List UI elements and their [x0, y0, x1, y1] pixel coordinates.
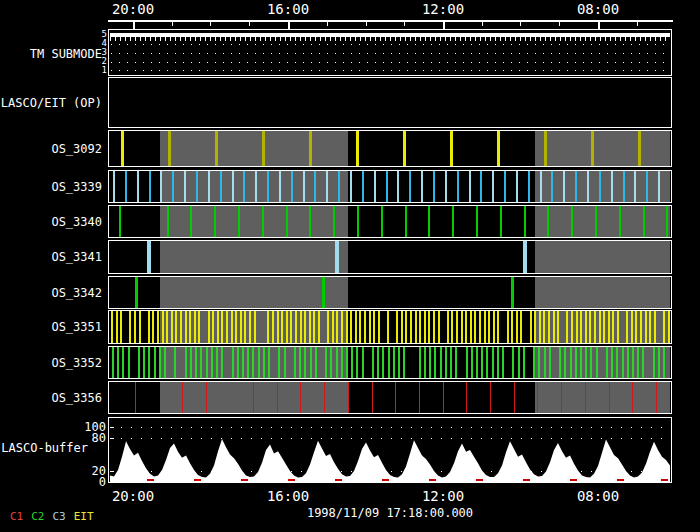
- time-label-bottom: 20:00: [101, 489, 165, 504]
- event-tick: [507, 311, 509, 343]
- event-tick: [612, 311, 614, 343]
- event-tick: [221, 311, 223, 343]
- event-tick: [164, 347, 166, 378]
- event-tick: [474, 311, 476, 343]
- event-tick: [116, 311, 118, 343]
- event-tick: [190, 347, 192, 378]
- event-tick: [315, 347, 317, 378]
- event-tick: [393, 347, 395, 378]
- event-tick: [309, 311, 311, 343]
- event-tick: [281, 311, 283, 343]
- minor-tick: [249, 21, 250, 26]
- row-label: OS_3352: [0, 357, 102, 369]
- event-tick: [443, 382, 444, 413]
- event-tick: [357, 206, 359, 237]
- event-tick: [220, 171, 222, 202]
- event-tick: [356, 131, 359, 166]
- event-tick: [476, 347, 478, 378]
- timeline-row-os_3341: [108, 240, 672, 274]
- major-tick: [133, 21, 135, 29]
- event-tick: [627, 347, 629, 378]
- event-tick: [653, 347, 655, 378]
- event-tick: [452, 206, 454, 237]
- event-tick: [668, 311, 670, 343]
- event-tick: [166, 311, 168, 343]
- event-tick: [341, 311, 343, 343]
- event-tick: [290, 311, 292, 343]
- event-tick: [564, 347, 566, 378]
- event-tick: [284, 347, 286, 378]
- event-tick: [346, 347, 348, 378]
- event-tick: [553, 311, 555, 343]
- event-tick: [382, 347, 384, 378]
- event-tick: [566, 311, 568, 343]
- event-tick: [206, 382, 207, 413]
- event-tick: [533, 347, 535, 378]
- timeline-row-os_3351: [108, 310, 672, 344]
- event-tick: [336, 311, 338, 343]
- event-tick: [309, 131, 312, 166]
- major-tick: [598, 21, 600, 29]
- tm-submode-label: TM SUBMODE: [0, 48, 102, 60]
- event-tick: [632, 382, 633, 413]
- minor-tick: [327, 21, 328, 26]
- event-tick: [575, 171, 577, 202]
- event-tick: [122, 347, 124, 378]
- event-tick: [189, 311, 191, 343]
- event-tick: [255, 171, 257, 202]
- event-tick: [304, 311, 306, 343]
- event-tick: [632, 347, 634, 378]
- event-tick: [135, 277, 138, 308]
- row-label: OS_3092: [0, 143, 102, 155]
- event-tick: [120, 311, 122, 343]
- event-tick: [190, 206, 192, 237]
- event-tick: [214, 206, 216, 237]
- observation-window-segment: [535, 347, 670, 378]
- event-tick: [300, 382, 301, 413]
- event-tick: [471, 347, 473, 378]
- event-tick: [378, 311, 380, 343]
- event-tick: [595, 206, 597, 237]
- event-tick: [415, 311, 417, 343]
- buffer-usage-area: [109, 418, 671, 482]
- event-tick: [497, 347, 499, 378]
- event-tick: [658, 347, 660, 378]
- event-tick: [195, 347, 197, 378]
- event-tick: [217, 311, 219, 343]
- event-tick: [405, 311, 407, 343]
- event-tick: [356, 347, 358, 378]
- observation-window-segment: [160, 347, 348, 378]
- observation-window-segment: [160, 131, 348, 166]
- event-tick: [434, 347, 436, 378]
- event-tick: [580, 347, 582, 378]
- event-tick: [237, 347, 239, 378]
- event-tick: [409, 171, 411, 202]
- event-tick: [125, 171, 127, 202]
- event-tick: [374, 171, 376, 202]
- event-tick: [534, 311, 536, 343]
- lasco-image-marker: [617, 479, 624, 481]
- event-tick: [304, 347, 306, 378]
- event-tick: [666, 206, 668, 237]
- event-tick: [303, 171, 305, 202]
- event-tick: [348, 382, 349, 413]
- lasco-image-marker: [288, 479, 295, 481]
- event-tick: [538, 347, 540, 378]
- event-tick: [544, 131, 547, 166]
- event-tick: [263, 347, 265, 378]
- event-tick: [117, 347, 119, 378]
- observation-window-segment: [535, 171, 670, 202]
- event-tick: [291, 171, 293, 202]
- legend-item-c3: C3: [53, 511, 66, 523]
- event-tick: [244, 311, 246, 343]
- event-tick: [253, 382, 254, 413]
- observation-window-segment: [160, 277, 348, 308]
- event-tick: [171, 311, 173, 343]
- event-tick: [433, 171, 435, 202]
- time-label-top: 20:00: [101, 2, 165, 17]
- event-tick: [440, 347, 442, 378]
- event-tick: [333, 206, 335, 237]
- event-tick: [642, 347, 644, 378]
- row-label: OS_3340: [0, 216, 102, 228]
- event-tick: [523, 241, 527, 273]
